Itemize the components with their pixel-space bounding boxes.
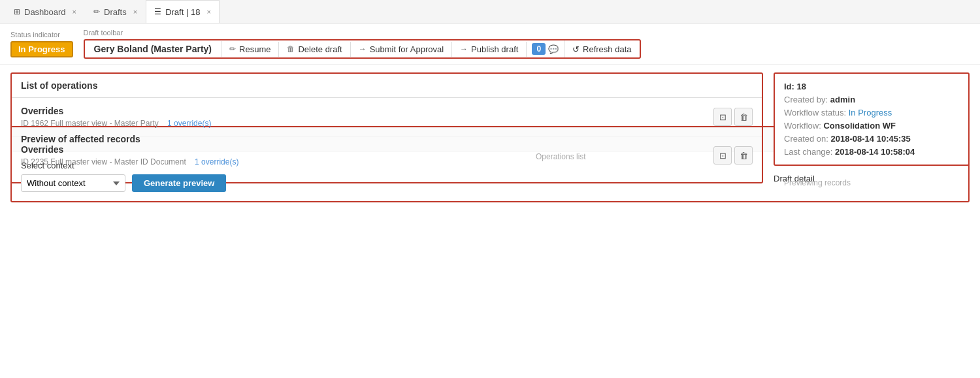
op-override-link-1[interactable]: 1 override(s): [167, 119, 211, 128]
submit-approval-label: Submit for Approval: [370, 44, 444, 54]
dashboard-icon: ⊞: [14, 7, 20, 16]
refresh-label: Refresh data: [583, 44, 631, 54]
tab-draft18-close[interactable]: ×: [206, 8, 210, 16]
comment-button[interactable]: 0 💬: [527, 40, 564, 57]
detail-created-by-label: Created by:: [784, 95, 828, 104]
detail-last-change-label: Last change:: [784, 147, 832, 157]
op-title-1: Overrides: [21, 106, 211, 116]
tab-draft18-label: Draft | 18: [165, 7, 200, 17]
resume-icon: ✏: [229, 44, 236, 54]
operation-item-1: Overrides ID 1962 Full master view - Mas…: [12, 98, 762, 136]
drafts-icon: ✏: [93, 7, 100, 16]
detail-created-on-label: Created on:: [784, 134, 828, 144]
detail-last-change-value: 2018-08-14 10:58:04: [835, 147, 915, 157]
delete-icon: 🗑: [287, 44, 295, 54]
operations-panel: List of operations Overrides ID 1962 Ful…: [10, 72, 763, 183]
draft-detail-card: Id: 18 Created by: admin Workflow status…: [774, 72, 970, 166]
detail-wf-status-label: Workflow status:: [784, 108, 846, 118]
op-delete-button-2[interactable]: 🗑: [734, 146, 753, 165]
draft-toolbar-inner: Gery Boland (Master Party) ✏ Resume 🗑 De…: [84, 39, 641, 59]
delete-draft-label: Delete draft: [298, 44, 342, 54]
op-actions-1: ⊡ 🗑: [713, 108, 753, 126]
op-delete-button-1[interactable]: 🗑: [734, 108, 753, 126]
tab-drafts[interactable]: ✏ Drafts ×: [85, 0, 146, 23]
op-open-button-1[interactable]: ⊡: [713, 108, 732, 126]
status-label: Status indicator: [10, 31, 73, 39]
entity-name: Gery Boland (Master Party): [85, 41, 222, 57]
op-actions-2: ⊡ 🗑: [713, 146, 753, 165]
publish-draft-button[interactable]: → Publish draft: [452, 42, 527, 57]
publish-draft-label: Publish draft: [471, 44, 518, 54]
context-select[interactable]: Without context Context A Context B: [21, 174, 125, 192]
status-indicator-block: Status indicator In Progress: [10, 31, 73, 57]
refresh-data-button[interactable]: ↺ Refresh data: [564, 42, 639, 57]
op-title-2: Overrides: [21, 144, 238, 155]
publish-icon: →: [460, 44, 468, 54]
detail-panel: Id: 18 Created by: admin Workflow status…: [774, 72, 970, 183]
refresh-icon: ↺: [572, 44, 580, 54]
delete-draft-button[interactable]: 🗑 Delete draft: [279, 42, 350, 57]
generate-preview-button[interactable]: Generate preview: [132, 174, 226, 192]
detail-wf-value: Consolidation WF: [823, 121, 895, 131]
comment-icon: 💬: [548, 44, 559, 54]
op-subtitle-1-text: ID 1962 Full master view - Master Party: [21, 119, 159, 128]
tab-drafts-label: Drafts: [104, 7, 127, 17]
tab-dashboard-label: Dashboard: [24, 7, 66, 17]
draft-detail-annotation: Draft detail: [774, 174, 970, 183]
tab-bar: ⊞ Dashboard × ✏ Drafts × ☰ Draft | 18 ×: [0, 0, 980, 24]
detail-id-value: 18: [797, 82, 806, 91]
detail-workflow-status-row: Workflow status: In Progress: [784, 108, 959, 118]
toolbar-row: Status indicator In Progress Draft toolb…: [0, 24, 980, 65]
submit-approval-button[interactable]: → Submit for Approval: [351, 42, 452, 57]
status-badge: In Progress: [10, 41, 73, 57]
detail-workflow-row: Workflow: Consolidation WF: [784, 121, 959, 131]
operations-panel-header: List of operations: [12, 74, 762, 98]
comment-count: 0: [532, 43, 546, 55]
tab-dashboard-close[interactable]: ×: [73, 8, 76, 16]
tab-dashboard[interactable]: ⊞ Dashboard ×: [5, 0, 85, 23]
detail-last-change-row: Last change: 2018-08-14 10:58:04: [784, 147, 959, 157]
draft-toolbar-block: Draft toolbar Gery Boland (Master Party)…: [84, 29, 641, 59]
detail-created-on-value: 2018-08-14 10:45:35: [831, 134, 911, 144]
detail-created-by-value: admin: [830, 95, 855, 104]
detail-id-label: Id:: [784, 82, 794, 91]
op-subtitle-1: ID 1962 Full master view - Master Party …: [21, 119, 211, 128]
detail-id-row: Id: 18: [784, 82, 959, 91]
detail-created-by-row: Created by: admin: [784, 95, 959, 104]
draft18-icon: ☰: [154, 7, 161, 16]
op-open-button-2[interactable]: ⊡: [713, 146, 732, 165]
detail-created-on-row: Created on: 2018-08-14 10:45:35: [784, 134, 959, 144]
detail-wf-status-value: In Progress: [849, 108, 892, 118]
op-item-1-left: Overrides ID 1962 Full master view - Mas…: [21, 106, 211, 128]
resume-label: Resume: [239, 44, 270, 54]
resume-button[interactable]: ✏ Resume: [221, 42, 279, 57]
op-override-link-2[interactable]: 1 override(s): [195, 157, 238, 166]
tab-draft18[interactable]: ☰ Draft | 18 ×: [146, 0, 220, 23]
draft-toolbar-label: Draft toolbar: [84, 29, 641, 37]
submit-icon: →: [359, 44, 367, 54]
tab-drafts-close[interactable]: ×: [133, 8, 137, 16]
detail-wf-label: Workflow:: [784, 121, 821, 131]
main-content: List of operations Overrides ID 1962 Ful…: [0, 65, 980, 191]
